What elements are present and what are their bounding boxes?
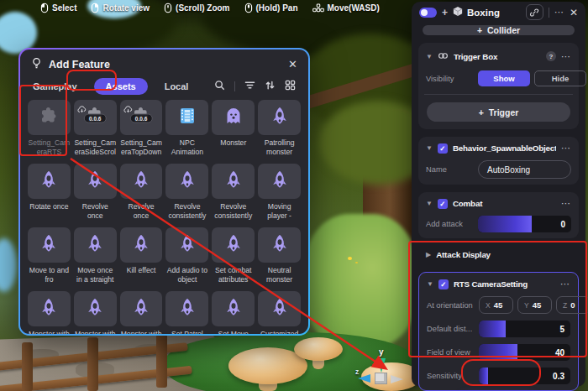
grid-view-icon[interactable] [285, 79, 296, 94]
add-trigger-button[interactable]: + Trigger [427, 102, 570, 122]
transform-gizmo[interactable]: y z [355, 347, 416, 391]
chevron-down-icon[interactable]: ▼ [426, 144, 433, 152]
asset-tile[interactable]: Move once in a straight line [74, 227, 117, 284]
name-input[interactable]: AutoBoxing [478, 160, 571, 179]
asset-tile[interactable]: Add audio to object [165, 227, 208, 284]
filter-icon[interactable] [244, 79, 255, 94]
search-icon[interactable] [214, 79, 225, 94]
checkbox-checked-icon[interactable]: ✓ [438, 199, 448, 209]
asset-tile[interactable]: Setting_CameraRTS [28, 100, 71, 157]
asset-tile-label: NPC Animation [165, 138, 208, 157]
more-icon[interactable]: ⋯ [554, 7, 564, 18]
divider [549, 8, 549, 18]
rocket-icon [131, 169, 151, 193]
asset-tile[interactable]: Neutral monster [258, 227, 301, 284]
tab-gameplay[interactable]: Gameplay [33, 81, 77, 91]
asset-tile-label: Patrolling monster [258, 138, 301, 157]
rocket-icon [223, 169, 244, 193]
asset-tile[interactable]: Monster with [120, 291, 163, 334]
divider [234, 81, 235, 91]
link-icon[interactable] [526, 4, 543, 20]
asset-tile[interactable]: Kill effect [120, 227, 163, 284]
asset-tile-label: Set Move [212, 330, 255, 334]
asset-tile[interactable]: NPC Animation [165, 100, 208, 157]
chevron-down-icon[interactable]: ▼ [426, 200, 433, 207]
asset-tile[interactable]: 0.0.6 Setting_CameraTopDown [120, 100, 163, 157]
help-icon[interactable]: ? [546, 51, 556, 61]
checkbox-checked-icon[interactable]: ✓ [438, 279, 449, 289]
orientation-x-input[interactable]: X 45 [479, 296, 513, 314]
plus-icon[interactable]: + [442, 7, 448, 18]
asset-tile[interactable]: Monster with [74, 291, 117, 334]
asset-tile[interactable]: Monster with [28, 291, 71, 334]
gizmo-z-axis[interactable] [358, 374, 370, 383]
asset-tile[interactable]: Moving player - killing gear [258, 164, 301, 221]
gizmo-center-cube[interactable] [375, 373, 387, 384]
toolbar-item-hold-pan[interactable]: (Hold) Pan [244, 3, 298, 13]
add-attack-slider[interactable]: 0 [478, 216, 571, 232]
asset-tile-label: Monster [212, 138, 255, 157]
field-of-view-slider[interactable]: 40 [479, 344, 570, 361]
asset-tile[interactable]: Set Patrol [165, 291, 208, 334]
gizmo-y-label: y [379, 347, 384, 357]
add-collider-button[interactable]: + Collider [423, 25, 575, 35]
asset-tile[interactable]: Monster [212, 100, 255, 157]
asset-tile[interactable]: Revolve once horizontally [120, 164, 163, 221]
rocket-icon [85, 169, 105, 193]
rocket-icon [223, 233, 244, 257]
asset-tile-label: Revolve once vertically [74, 202, 117, 221]
sensitivity-slider[interactable]: 0.3 [479, 368, 570, 384]
asset-tile[interactable]: Move to and fro [28, 227, 71, 284]
fence-post [87, 337, 98, 391]
toolbar-item-label: Move(WASD) [328, 3, 380, 13]
orientation-y-input[interactable]: Y 45 [517, 296, 552, 314]
chevron-down-icon[interactable]: ▼ [426, 53, 433, 60]
toolbar-item-scroll-zoom[interactable]: (Scroll) Zoom [164, 3, 229, 13]
asset-tile-label: Setting_CameraTopDown [120, 138, 163, 157]
orientation-z-input[interactable]: Z 0 [556, 296, 588, 314]
field-of-view-value: 40 [555, 344, 564, 361]
add-attack-value: 0 [560, 216, 565, 232]
more-icon[interactable]: ⋯ [561, 51, 571, 62]
toolbar-item-rotate-view[interactable]: Rotate view [91, 3, 150, 13]
hide-button[interactable]: Hide [534, 70, 586, 86]
gizmo-y-axis[interactable] [377, 358, 386, 373]
checkbox-checked-icon[interactable]: ✓ [438, 143, 448, 154]
close-icon[interactable]: ✕ [570, 7, 578, 18]
asset-tile[interactable]: Customized [258, 291, 301, 334]
asset-tile-label: Setting_CameraSideScroll [74, 138, 117, 157]
asset-tile[interactable]: Set combat attributes [212, 227, 255, 284]
rocket-icon [270, 169, 290, 193]
default-distance-slider[interactable]: 5 [479, 321, 570, 337]
show-button[interactable]: Show [478, 70, 530, 86]
puzzle-icon [39, 106, 59, 129]
chevron-down-icon[interactable]: ▼ [427, 280, 433, 288]
toolbar-item-move-wasd[interactable]: Move(WASD) [312, 3, 380, 13]
asset-tile-label: Move once in a straight line [74, 266, 117, 284]
more-icon[interactable]: ⋯ [560, 279, 570, 289]
rts-camera-setting-section: ▼ ✓ RTS CameraSetting ⋯ At orientation X… [418, 272, 579, 391]
rocket-icon [223, 297, 244, 321]
attack-display-section[interactable]: ▶ Attack Display [418, 245, 579, 264]
sort-icon[interactable] [265, 79, 276, 94]
rocket-icon [85, 233, 105, 257]
asset-tile[interactable]: Revolve once vertically [74, 164, 117, 221]
asset-tile[interactable]: Patrolling monster [258, 100, 301, 157]
asset-tile[interactable]: Rotate once [28, 164, 71, 221]
rocket-icon [131, 297, 151, 321]
tab-local[interactable]: Local [165, 81, 189, 91]
close-icon[interactable]: ✕ [288, 58, 297, 70]
asset-tile[interactable]: Revolve consistently v... [165, 164, 208, 221]
toolbar-item-select[interactable]: Select [40, 3, 76, 13]
tab-assets[interactable]: Assets [94, 78, 148, 95]
asset-tile-label: Setting_CameraRTS [28, 138, 71, 157]
active-toggle[interactable] [419, 8, 437, 18]
asset-tile[interactable]: Revolve consistently h... [212, 164, 255, 221]
asset-tile[interactable]: Set Move [212, 291, 255, 334]
more-icon[interactable]: ⋯ [561, 198, 571, 209]
more-icon[interactable]: ⋯ [561, 143, 571, 154]
asset-tile-label: Set Patrol [165, 330, 208, 334]
asset-tile[interactable]: 0.0.6 Setting_CameraSideScroll [74, 100, 117, 157]
gizmo-x-axis[interactable] [391, 375, 403, 383]
rocket-icon [39, 297, 59, 321]
